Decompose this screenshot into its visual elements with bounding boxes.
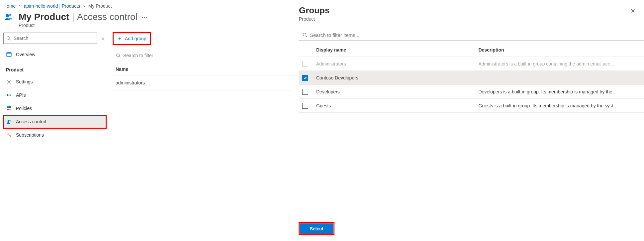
col-display-name[interactable]: Display name <box>314 47 479 53</box>
sidebar-item-subscriptions[interactable]: Subscriptions <box>3 128 106 142</box>
svg-point-12 <box>8 120 9 122</box>
checkbox-disabled <box>302 61 308 67</box>
groups-row-administrators: Administrators Administrators is a built… <box>299 57 644 71</box>
col-description[interactable]: Description <box>479 47 643 53</box>
search-icon <box>6 36 11 41</box>
add-group-label: Add group <box>125 36 146 41</box>
collapse-sidebar-icon[interactable]: « <box>100 36 106 41</box>
sidebar-item-label: Policies <box>16 106 32 111</box>
panel-title: Groups <box>299 5 329 16</box>
plus-icon: ＋ <box>117 35 122 42</box>
svg-point-17 <box>303 33 306 36</box>
page-section: Access control <box>77 12 138 22</box>
groups-row-guests[interactable]: Guests Guests is a built-in group. Its m… <box>299 99 644 113</box>
groups-header-row: Display name Description <box>299 43 644 57</box>
sidebar-item-label: APIs <box>16 92 26 98</box>
sidebar-item-access-control[interactable]: Access control <box>3 115 106 128</box>
svg-line-18 <box>306 36 307 37</box>
groups-row-developers[interactable]: Developers Developers is a built-in grou… <box>299 85 644 99</box>
svg-line-3 <box>10 39 11 41</box>
svg-rect-8 <box>7 106 9 108</box>
overview-icon <box>6 52 12 58</box>
group-description: Developers is a built-in group. Its memb… <box>479 89 643 94</box>
search-icon <box>116 53 121 58</box>
sidebar-item-apis[interactable]: APIs <box>3 88 106 102</box>
key-icon <box>6 132 12 138</box>
group-description: Guests is a built-in group. Its membersh… <box>479 103 643 108</box>
sidebar: « Overview Product Settings APIs Po <box>0 33 110 142</box>
close-icon[interactable]: ✕ <box>628 5 637 17</box>
panel-search[interactable] <box>299 29 644 41</box>
sidebar-group-product: Product <box>3 61 106 75</box>
sidebar-item-label: Subscriptions <box>16 132 44 138</box>
chevron-right-icon: › <box>83 3 85 9</box>
breadcrumb-home[interactable]: Home <box>3 3 16 9</box>
page-title: My Product <box>19 12 69 22</box>
sidebar-item-label: Access control <box>16 119 46 124</box>
svg-point-7 <box>7 94 9 96</box>
gear-icon <box>6 79 12 85</box>
sidebar-search[interactable] <box>3 33 97 44</box>
sidebar-search-input[interactable] <box>13 35 94 41</box>
checkbox[interactable] <box>302 89 308 95</box>
svg-rect-10 <box>7 109 9 110</box>
panel-subtitle: Product <box>299 16 329 22</box>
breadcrumb-current: My Product <box>88 3 112 9</box>
title-separator: | <box>72 12 74 22</box>
groups-row-contoso-developers[interactable]: Contoso Developers <box>299 71 644 85</box>
group-name: Administrators <box>314 61 479 66</box>
sidebar-item-policies[interactable]: Policies <box>3 102 106 115</box>
checkbox-checked[interactable] <box>302 75 308 81</box>
breadcrumb-service[interactable]: apim-hello-world | Products <box>24 3 80 9</box>
chevron-right-icon: › <box>19 3 21 9</box>
add-group-button[interactable]: ＋ Add group <box>113 33 150 45</box>
groups-panel: Groups Product ✕ Display name Descriptio… <box>292 0 644 241</box>
svg-rect-9 <box>9 106 11 108</box>
group-name: Developers <box>314 89 479 94</box>
svg-rect-11 <box>9 109 11 110</box>
svg-line-16 <box>119 57 121 58</box>
sidebar-item-settings[interactable]: Settings <box>3 75 106 88</box>
svg-point-2 <box>7 37 10 40</box>
svg-point-15 <box>117 54 120 57</box>
product-icon <box>3 11 15 23</box>
apis-icon <box>6 92 12 98</box>
content-filter[interactable] <box>113 50 166 61</box>
search-icon <box>303 33 307 37</box>
policies-icon <box>6 105 12 111</box>
sidebar-item-label: Settings <box>16 79 33 84</box>
group-description: Administrators is a built-in group conta… <box>479 61 643 66</box>
group-name: Contoso Developers <box>314 75 479 80</box>
svg-point-13 <box>9 120 11 121</box>
more-icon[interactable]: ⋯ <box>141 13 148 21</box>
svg-rect-5 <box>7 53 11 54</box>
access-control-icon <box>6 119 12 125</box>
select-button-highlight: Select <box>299 222 334 235</box>
svg-point-0 <box>6 14 9 17</box>
svg-point-1 <box>9 14 12 16</box>
sidebar-item-overview[interactable]: Overview <box>3 48 106 61</box>
group-name: Guests <box>314 103 479 108</box>
content-filter-input[interactable] <box>123 53 182 59</box>
checkbox[interactable] <box>302 103 308 109</box>
svg-point-6 <box>8 81 10 82</box>
select-button[interactable]: Select <box>300 223 333 234</box>
sidebar-item-label: Overview <box>16 52 35 57</box>
panel-search-input[interactable] <box>309 32 640 38</box>
groups-table: Display name Description Administrators … <box>299 43 644 113</box>
